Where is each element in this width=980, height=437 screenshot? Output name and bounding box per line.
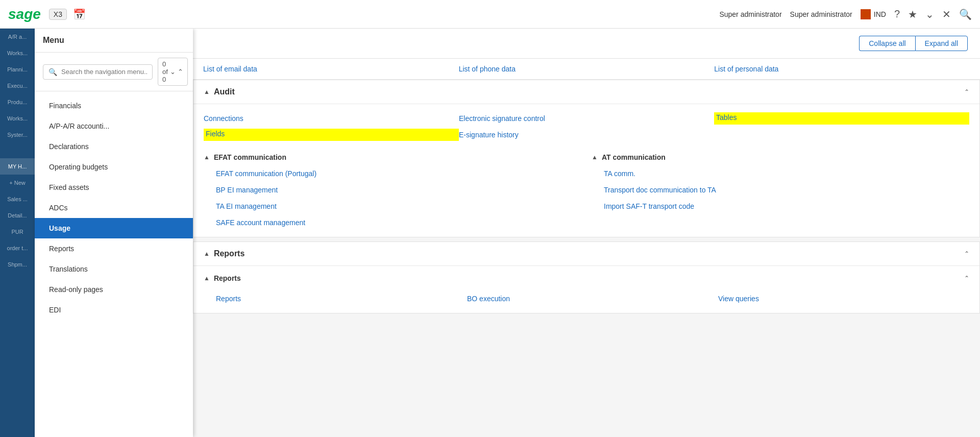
nav-item-declarations[interactable]: Declarations	[35, 136, 193, 157]
reports-outer-header[interactable]: ▲ Reports ⌃	[193, 242, 979, 266]
efat-items-list: EFAT communication (Portugal) BP EI mana…	[204, 167, 581, 229]
left-nav-item-planni[interactable]: Planni...	[0, 61, 35, 78]
left-nav-item-execu[interactable]: Execu...	[0, 78, 35, 94]
nav-item-usage[interactable]: Usage	[35, 218, 193, 238]
nav-item-edi[interactable]: EDI	[35, 300, 193, 320]
left-nav-item-works1[interactable]: Works...	[0, 45, 35, 61]
nav-item-fixed-assets[interactable]: Fixed assets	[35, 177, 193, 198]
audit-section: ▲ Audit ⌃ Connections Electronic signatu…	[193, 80, 980, 237]
collapse-all-button[interactable]: Collapse all	[859, 36, 915, 51]
left-nav-item-pur[interactable]: PUR	[0, 224, 35, 240]
chevron-down-small[interactable]: ⌄	[170, 68, 176, 76]
reports-outer-title: Reports	[214, 249, 244, 258]
at-comm-section: ▲ AT communication TA comm. Transport do…	[592, 149, 969, 229]
reports-links-grid: Reports BO execution View queries	[204, 288, 969, 309]
reports-inner-title: Reports	[214, 274, 241, 282]
audit-section-header-left: ▲ Audit	[204, 87, 235, 96]
link-bo-execution[interactable]: BO execution	[467, 293, 718, 305]
link-transport-doc-comm[interactable]: Transport doc communication to TA	[604, 184, 969, 196]
reports-outer-chevron-icon: ▲	[204, 250, 210, 257]
chevron-up-small[interactable]: ⌃	[178, 68, 183, 76]
nav-item-ap-ar[interactable]: A/P-A/R accounti...	[35, 116, 193, 136]
expand-all-button[interactable]: Expand all	[915, 36, 968, 51]
search-input[interactable]	[61, 68, 147, 76]
sage-logo[interactable]: sage	[8, 6, 41, 22]
reports-inner-header[interactable]: ▲ Reports ⌃	[204, 274, 969, 282]
left-nav-item-works2[interactable]: Works...	[0, 110, 35, 127]
audit-section-title: Audit	[214, 87, 235, 96]
efat-comm-title: EFAT communication	[214, 153, 286, 161]
user-name-2[interactable]: Super administrator	[790, 10, 852, 18]
top-navigation-bar: sage X3 📅 Super administrator Super admi…	[0, 0, 980, 29]
at-chevron-icon: ▲	[592, 154, 598, 161]
left-nav-item-system[interactable]: Syster...	[0, 127, 35, 143]
collapse-expand-bar: Collapse all Expand all	[193, 29, 980, 59]
audit-links-grid: Connections Electronic signature control…	[193, 104, 979, 149]
link-list-email-data[interactable]: List of email data	[203, 63, 459, 75]
left-nav-item-order[interactable]: order t...	[0, 240, 35, 256]
left-nav-item-detail[interactable]: Detail...	[0, 207, 35, 224]
reports-outer-collapse-icon: ⌃	[964, 250, 969, 257]
link-view-queries[interactable]: View queries	[718, 293, 969, 305]
tenant-color-box	[861, 9, 871, 19]
audit-section-collapse-icon: ⌃	[964, 88, 969, 95]
calendar-icon[interactable]: 📅	[73, 8, 86, 20]
link-reports[interactable]: Reports	[216, 293, 467, 305]
menu-panel: Menu 🔍 0 of 0 ⌄ ⌃ Financials A/P-A/R acc…	[35, 29, 193, 437]
left-nav-item-produ[interactable]: Produ...	[0, 94, 35, 110]
app-left-nav: A/R a... Works... Planni... Execu... Pro…	[0, 29, 35, 437]
close-icon[interactable]: ✕	[942, 8, 951, 20]
link-efat-portugal[interactable]: EFAT communication (Portugal)	[216, 167, 581, 180]
menu-search-row: 🔍 0 of 0 ⌄ ⌃	[35, 53, 193, 91]
left-nav-item-sales[interactable]: Sales ...	[0, 191, 35, 207]
reports-outer-header-left: ▲ Reports	[204, 249, 244, 258]
partial-top-row: List of email data List of phone data Li…	[193, 59, 980, 80]
audit-chevron-icon: ▲	[204, 88, 210, 95]
link-import-saft[interactable]: Import SAF-T transport code	[604, 200, 969, 212]
sage-logo-text: sage	[8, 6, 41, 22]
empty-cell	[714, 129, 969, 141]
user-name-1[interactable]: Super administrator	[719, 10, 781, 18]
nav-list: Financials A/P-A/R accounti... Declarati…	[35, 91, 193, 437]
tenant-badge[interactable]: IND	[861, 9, 886, 19]
link-e-sig-history[interactable]: E-signature history	[459, 129, 714, 141]
efat-comm-section: ▲ EFAT communication EFAT communication …	[204, 149, 581, 229]
at-comm-title: AT communication	[602, 153, 666, 161]
left-nav-item-ar[interactable]: A/R a...	[0, 29, 35, 45]
link-fields[interactable]: Fields	[204, 129, 459, 141]
nav-item-reports[interactable]: Reports	[35, 238, 193, 259]
tenant-label: IND	[874, 10, 886, 18]
efat-comm-header[interactable]: ▲ EFAT communication	[204, 153, 581, 161]
x3-badge[interactable]: X3	[49, 9, 67, 20]
chevron-down-icon[interactable]: ⌄	[925, 8, 934, 20]
nav-item-financials[interactable]: Financials	[35, 95, 193, 116]
link-list-phone-data[interactable]: List of phone data	[459, 63, 715, 75]
left-nav-item-myhome[interactable]: MY H...	[0, 158, 35, 175]
link-ta-comm[interactable]: TA comm.	[604, 167, 969, 180]
reports-inner-section: ▲ Reports ⌃ Reports BO execution View qu…	[193, 266, 979, 313]
link-safe-account-mgmt[interactable]: SAFE account management	[216, 216, 581, 229]
nav-item-operating-budgets[interactable]: Operating budgets	[35, 157, 193, 177]
link-tables[interactable]: Tables	[714, 112, 969, 125]
nav-item-translations[interactable]: Translations	[35, 259, 193, 279]
menu-panel-header: Menu	[35, 29, 193, 53]
nav-item-read-only-pages[interactable]: Read-only pages	[35, 279, 193, 300]
at-comm-header[interactable]: ▲ AT communication	[592, 153, 969, 161]
search-icon[interactable]: 🔍	[959, 8, 972, 20]
link-bp-ei-mgmt[interactable]: BP EI management	[216, 184, 581, 196]
reports-outer-section: ▲ Reports ⌃ ▲ Reports ⌃ Reports BO execu…	[193, 241, 980, 313]
content-panel: Collapse all Expand all List of email da…	[193, 29, 980, 437]
link-ta-ei-mgmt[interactable]: TA EI management	[216, 200, 581, 212]
star-icon[interactable]: ★	[908, 8, 917, 20]
nav-item-adcs[interactable]: ADCs	[35, 198, 193, 218]
link-electronic-sig-control[interactable]: Electronic signature control	[459, 112, 714, 125]
audit-section-header[interactable]: ▲ Audit ⌃	[193, 80, 979, 104]
main-layout: A/R a... Works... Planni... Execu... Pro…	[0, 29, 980, 437]
search-icon-input: 🔍	[48, 68, 57, 76]
link-connections[interactable]: Connections	[204, 112, 459, 125]
at-items-list: TA comm. Transport doc communication to …	[592, 167, 969, 212]
link-list-personal-data[interactable]: List of personal data	[714, 63, 970, 75]
help-icon[interactable]: ?	[894, 8, 900, 20]
left-nav-item-shpm[interactable]: Shpm...	[0, 256, 35, 273]
left-nav-item-new[interactable]: + New	[0, 175, 35, 191]
